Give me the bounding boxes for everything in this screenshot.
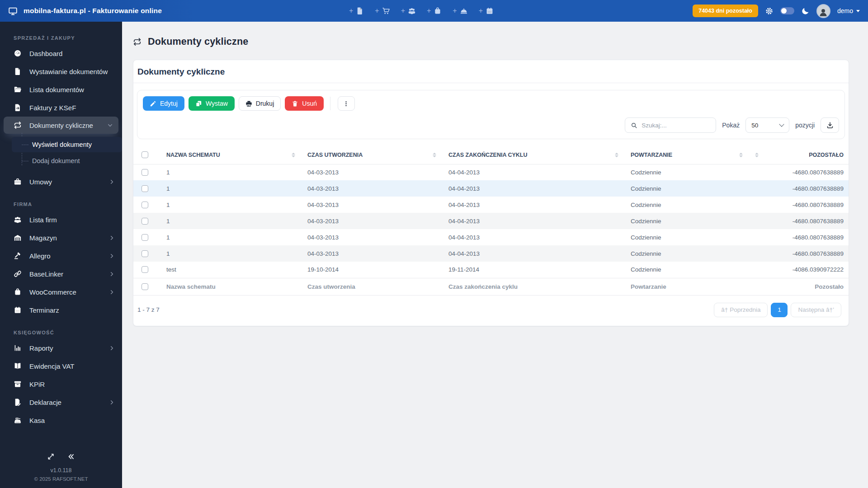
footer-checkbox[interactable]: [142, 283, 148, 290]
print-button[interactable]: Drukuj: [239, 96, 281, 111]
quick-add-product-button[interactable]: +: [427, 7, 442, 15]
sidebar-item-kpir[interactable]: KPiR: [0, 375, 122, 393]
sidebar-item-woocommerce[interactable]: WooCommerce: [0, 283, 122, 301]
table-row[interactable]: 1 04-03-2013 04-04-2013 Codziennie -4680…: [133, 213, 849, 229]
chevron-right-icon: [109, 345, 115, 351]
row-checkbox[interactable]: [142, 250, 148, 257]
chevron-down-icon: [107, 122, 113, 128]
column-header-powtarzanie[interactable]: POWTARZANIE: [623, 146, 747, 164]
table-row[interactable]: 1 04-03-2013 04-04-2013 Codziennie -4680…: [133, 180, 849, 197]
sidebar-item-ewidencja-vat[interactable]: Ewidencja VAT: [0, 357, 122, 375]
sidebar-item-label: Magazyn: [29, 234, 57, 242]
edit-button[interactable]: Edytuj: [143, 96, 184, 111]
quick-add-invoice-button[interactable]: +: [349, 7, 364, 15]
delete-button[interactable]: Usuń: [285, 96, 324, 111]
page-size-select[interactable]: 50: [745, 117, 789, 133]
quick-add-order-button[interactable]: +: [375, 7, 390, 15]
table-row[interactable]: test 19-10-2014 19-11-2014 Codziennie -4…: [133, 262, 849, 278]
previous-page-button[interactable]: â† Poprzednia: [714, 303, 768, 317]
row-checkbox[interactable]: [142, 234, 148, 241]
table-header-row: NAZWA SCHEMATU CZAS UTWORZENIA CZAS ZAKO…: [133, 146, 849, 164]
sidebar-item-kasa[interactable]: Kasa: [0, 411, 122, 429]
search-input[interactable]: [642, 122, 710, 129]
table-row[interactable]: 1 04-03-2013 04-04-2013 Codziennie -4680…: [133, 229, 849, 245]
plus-icon: +: [375, 7, 379, 14]
expand-icon: [47, 453, 55, 460]
app-version: v1.0.118: [0, 467, 122, 474]
settings-button[interactable]: [765, 7, 774, 15]
chart-icon: [14, 344, 22, 352]
dashboard-icon: [14, 49, 22, 57]
sidebar-item-label: Kasa: [29, 417, 45, 424]
row-checkbox[interactable]: [142, 266, 148, 273]
chevrons-left-icon: [67, 453, 75, 460]
pencil-icon: [150, 100, 156, 107]
next-page-button[interactable]: Następna â†’: [791, 303, 841, 317]
sidebar-item-lista-dokumentow[interactable]: Lista dokumentów: [0, 80, 122, 99]
positions-label: pozycji: [795, 122, 815, 129]
sidebar-item-deklaracje[interactable]: Deklaracje: [0, 393, 122, 411]
sidebar-subitem-label: Dodaj dokument: [32, 157, 80, 164]
table-row[interactable]: 1 04-03-2013 04-04-2013 Codziennie -4680…: [133, 245, 849, 262]
chevron-right-icon: [109, 289, 115, 295]
column-header-nazwa-schematu[interactable]: NAZWA SCHEMATU: [159, 146, 300, 164]
user-menu[interactable]: demo: [837, 7, 860, 14]
folder-icon: [14, 85, 22, 94]
export-button[interactable]: [821, 117, 839, 133]
quick-add-service-button[interactable]: +: [453, 7, 467, 15]
column-header-czas-zakonczenia[interactable]: CZAS ZAKOŃCZENIA CYKLU: [441, 146, 623, 164]
sidebar-item-wystawianie-dokumentow[interactable]: Wystawianie dokumentów: [0, 62, 122, 80]
plus-icon: +: [349, 7, 353, 14]
theme-toggle[interactable]: [780, 7, 794, 14]
toggle-knob: [781, 8, 787, 14]
product-icon: [434, 7, 442, 15]
dark-mode-button[interactable]: [801, 7, 810, 15]
documents-card: Dokumenty cykliczne Edytuj Wystaw Drukuj: [133, 60, 849, 326]
sidebar-item-label: Dokumenty cykliczne: [29, 122, 93, 129]
avatar[interactable]: [816, 4, 830, 18]
trial-days-badge[interactable]: 74043 dni pozostało: [693, 5, 758, 17]
page-title-text: Dokumenty cykliczne: [148, 36, 248, 47]
sidebar-item-faktury-ksef[interactable]: Faktury z KSeF: [0, 99, 122, 117]
sidebar-item-dashboard[interactable]: Dashboard: [0, 44, 122, 62]
row-checkbox[interactable]: [142, 202, 148, 208]
sidebar-item-label: Lista dokumentów: [29, 86, 84, 94]
table-footer-row: Nazwa schematu Czas utworzenia Czas zako…: [133, 278, 849, 295]
issue-button[interactable]: Wystaw: [189, 96, 235, 111]
column-header-czas-utworzenia[interactable]: CZAS UTWORZENIA: [300, 146, 441, 164]
calendar-icon: [14, 306, 22, 314]
download-icon: [826, 122, 834, 129]
column-header-pozostalo[interactable]: POZOSTAŁO: [747, 146, 849, 164]
document-icon: [14, 67, 22, 75]
sidebar-subitem-label: Wyświetl dokumenty: [32, 141, 92, 148]
sidebar-item-dokumenty-cykliczne[interactable]: Dokumenty cykliczne: [4, 117, 118, 134]
quick-add-contractor-button[interactable]: +: [401, 7, 416, 15]
sort-icon: [755, 153, 759, 158]
collapse-sidebar-button[interactable]: [67, 453, 75, 460]
fullscreen-button[interactable]: [47, 453, 55, 460]
brand[interactable]: mobilna-faktura.pl - Fakturowanie online: [8, 6, 162, 16]
sidebar-item-allegro[interactable]: Allegro: [0, 247, 122, 265]
sidebar-item-label: Deklaracje: [29, 399, 61, 406]
current-page-button[interactable]: 1: [771, 303, 788, 317]
sidebar-item-terminarz[interactable]: Terminarz: [0, 301, 122, 319]
select-all-checkbox[interactable]: [142, 151, 148, 158]
sidebar-subitem-wyswietl-dokumenty[interactable]: Wyświetl dokumenty: [12, 137, 122, 152]
more-actions-button[interactable]: [338, 96, 355, 111]
sidebar-item-raporty[interactable]: Raporty: [0, 339, 122, 357]
chevron-right-icon: [109, 235, 115, 241]
link-icon: [14, 270, 22, 278]
book-icon: [14, 362, 22, 370]
sidebar-subitem-dodaj-dokument[interactable]: Dodaj dokument: [12, 153, 122, 169]
sidebar-item-lista-firm[interactable]: Lista firm: [0, 211, 122, 229]
chevron-down-icon: [856, 10, 860, 12]
row-checkbox[interactable]: [142, 169, 148, 176]
quick-add-event-button[interactable]: +: [479, 7, 494, 15]
sidebar-item-umowy[interactable]: Umowy: [0, 173, 122, 191]
row-checkbox[interactable]: [142, 218, 148, 225]
sidebar-item-baselinker[interactable]: BaseLinker: [0, 265, 122, 283]
table-row[interactable]: 1 04-03-2013 04-04-2013 Codziennie -4680…: [133, 197, 849, 213]
table-row[interactable]: 1 04-03-2013 04-04-2013 Codziennie -4680…: [133, 164, 849, 180]
row-checkbox[interactable]: [142, 185, 148, 192]
sidebar-item-magazyn[interactable]: Magazyn: [0, 229, 122, 247]
